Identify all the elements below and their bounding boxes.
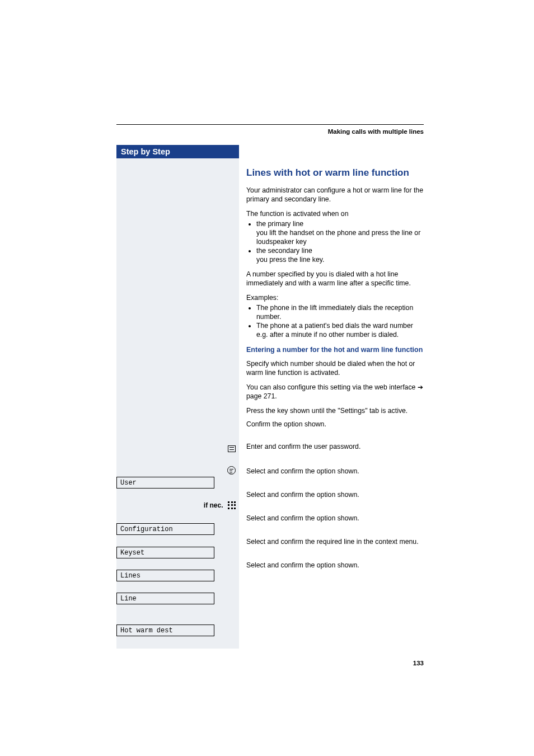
- step-hot-warm-dest: Select and confirm the option shown.: [246, 561, 424, 570]
- page-header: Making calls with multiple lines: [116, 124, 424, 135]
- sidebar-title: Step by Step: [116, 145, 239, 158]
- menu-configuration-label: Configuration: [120, 525, 173, 533]
- ifnec-slot: if nec.: [204, 500, 236, 510]
- menu-lines: Lines: [116, 570, 214, 581]
- settings-key-icon-slot: [227, 465, 236, 475]
- web-interface-icon: [228, 445, 236, 452]
- activation-item-primary: the primary line you lift the handset on…: [256, 220, 424, 247]
- ifnec-label: if nec.: [204, 501, 223, 509]
- arrow-icon: ➔: [418, 383, 423, 391]
- activation-item-primary-sub: you lift the handset on the phone and pr…: [256, 229, 424, 247]
- step-enter-pw: Enter and confirm the user password.: [246, 443, 424, 452]
- menu-user: User: [116, 477, 214, 489]
- menu-hot-warm-dest: Hot warm dest: [116, 624, 214, 636]
- activation-item-secondary-head: the secondary line: [256, 247, 312, 255]
- activation-intro: The function is activated when on: [246, 210, 424, 219]
- keypad-icon: [228, 501, 236, 509]
- sidebar: Step by Step User if nec. Configuration …: [116, 145, 239, 649]
- step-configuration: Select and confirm the option shown.: [246, 467, 424, 476]
- examples-list: The phone in the lift immediately dials …: [246, 304, 424, 340]
- step-line: Select and confirm the required line in …: [246, 538, 424, 547]
- page-number: 133: [413, 660, 424, 666]
- activation-list: the primary line you lift the handset on…: [246, 220, 424, 265]
- activation-item-secondary: the secondary line you press the line ke…: [256, 247, 424, 265]
- header-rule: [116, 124, 424, 125]
- examples-intro: Examples:: [246, 294, 424, 303]
- menu-keyset-label: Keyset: [120, 549, 144, 557]
- page: Making calls with multiple lines Step by…: [0, 0, 534, 756]
- activation-item-secondary-sub: you press the line key.: [256, 256, 424, 265]
- web-p-prefix: You can also configure this setting via …: [246, 383, 418, 391]
- activation-item-primary-head: the primary line: [256, 220, 303, 228]
- step-lines: Select and confirm the option shown.: [246, 514, 424, 523]
- running-title: Making calls with multiple lines: [116, 128, 424, 135]
- intro-paragraph: Your administrator can configure a hot o…: [246, 186, 424, 204]
- menu-user-label: User: [120, 479, 137, 487]
- subheading: Entering a number for the hot and warm l…: [246, 345, 424, 354]
- specify-paragraph: Specify which number should be dialed wh…: [246, 360, 424, 378]
- menu-line-label: Line: [120, 595, 137, 603]
- web-p-page: page 271.: [246, 392, 277, 400]
- web-interface-paragraph: You can also configure this setting via …: [246, 383, 424, 401]
- menu-hot-warm-dest-label: Hot warm dest: [120, 627, 173, 635]
- menu-line: Line: [116, 593, 214, 604]
- step-press-key: Press the key shown until the "Settings"…: [246, 407, 424, 416]
- example-2: The phone at a patient's bed dials the w…: [256, 322, 424, 340]
- web-interface-icon-slot: [228, 443, 236, 453]
- example-1: The phone in the lift immediately dials …: [256, 304, 424, 322]
- settings-key-icon: [227, 466, 236, 475]
- menu-configuration: Configuration: [116, 523, 214, 535]
- menu-lines-label: Lines: [120, 572, 140, 580]
- step-keyset: Select and confirm the option shown.: [246, 491, 424, 500]
- menu-keyset: Keyset: [116, 547, 214, 558]
- main-content: Lines with hot or warm line function You…: [246, 145, 424, 570]
- section-title: Lines with hot or warm line function: [246, 167, 424, 179]
- spec-paragraph: A number specified by you is dialed with…: [246, 270, 424, 288]
- step-confirm-user: Confirm the option shown.: [246, 420, 424, 429]
